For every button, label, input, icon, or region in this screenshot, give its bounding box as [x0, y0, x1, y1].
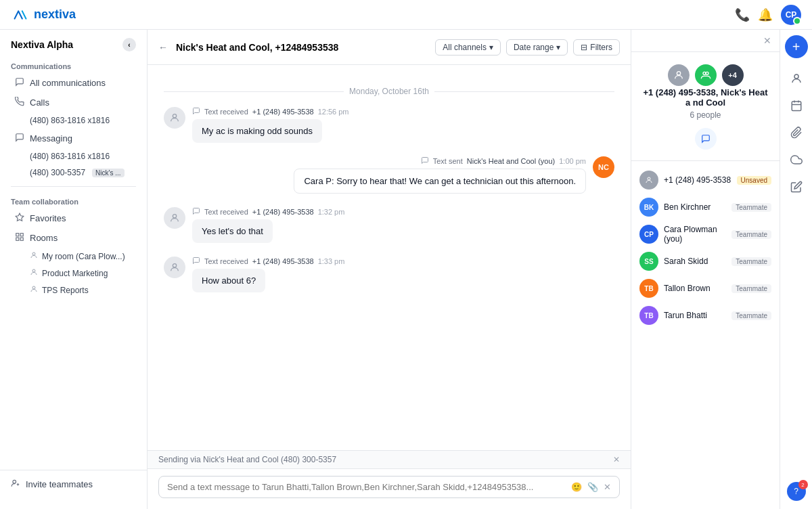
back-button[interactable]: ←: [158, 42, 168, 53]
message-time-3: 1:32 pm: [318, 208, 345, 216]
collapse-button[interactable]: ‹: [122, 38, 136, 51]
svg-point-9: [13, 480, 16, 483]
rail-person-icon[interactable]: [784, 66, 809, 91]
invite-teammates-footer[interactable]: Invite teammates: [0, 470, 147, 498]
svg-point-8: [32, 286, 35, 289]
date-range-dropdown[interactable]: Date range ▾: [506, 39, 568, 56]
close-panel-icon[interactable]: ✕: [763, 35, 771, 46]
communications-section-label: Communications: [0, 57, 147, 73]
messaging-number-1[interactable]: (480) 863-1816 x1816: [4, 148, 143, 164]
rail-attachment-icon[interactable]: [784, 120, 809, 145]
sent-avatar: NC: [593, 156, 614, 178]
phone-icon[interactable]: 📞: [735, 7, 750, 22]
sidebar-item-messaging[interactable]: Messaging: [4, 129, 143, 148]
emoji-icon[interactable]: 🙂: [571, 482, 582, 492]
workspace-name: Nextiva Alpha: [11, 39, 73, 50]
chat-icon: [15, 77, 24, 89]
sidebar-item-favorites[interactable]: Favorites: [4, 208, 143, 228]
rail-cloud-icon[interactable]: [784, 148, 809, 172]
message-content-3: Text received +1 (248) 495-3538 1:32 pm …: [192, 207, 344, 243]
message-sender-1: +1 (248) 495-3538: [252, 108, 314, 116]
message-type-icon-4: [192, 257, 200, 266]
svg-point-14: [173, 264, 176, 267]
help-button[interactable]: ? 2: [787, 482, 806, 501]
right-panel-header: ✕: [631, 30, 780, 52]
bell-icon[interactable]: 🔔: [758, 7, 773, 22]
message-bubble-1: My ac is making odd sounds: [192, 119, 322, 143]
calls-number-1[interactable]: (480) 863-1816 x1816: [4, 112, 143, 129]
message-meta-2: Text sent Nick's Heat and Cool (you) 1:0…: [294, 156, 586, 166]
nicks-badge: Nick's ...: [92, 169, 124, 177]
svg-rect-3: [20, 234, 23, 236]
tps-reports-icon: [30, 285, 38, 295]
svg-point-13: [173, 215, 176, 218]
person-info-4: Sarah Skidd: [664, 257, 726, 266]
teammate-badge-5: Teammate: [731, 284, 771, 293]
chevron-down-icon-2: ▾: [556, 43, 560, 52]
svg-rect-4: [16, 238, 19, 240]
message-content-4: Text received +1 (248) 495-3538 1:33 pm …: [192, 257, 344, 292]
rooms-icon: [15, 232, 24, 244]
message-type-label-3: Text received: [204, 208, 248, 216]
close-sending-icon[interactable]: ✕: [613, 455, 620, 464]
chevron-down-icon: ▾: [489, 43, 493, 52]
message-input[interactable]: [167, 482, 566, 492]
sending-via-bar: Sending via Nick's Heat and Cool (480) 3…: [148, 450, 631, 468]
main-layout: Nextiva Alpha ‹ Communications All commu…: [0, 30, 812, 509]
all-channels-dropdown[interactable]: All channels ▾: [435, 39, 501, 56]
room-tps-reports[interactable]: TPS Reports: [4, 282, 143, 298]
svg-rect-20: [792, 102, 801, 111]
favorites-label: Favorites: [30, 213, 66, 223]
person-avatar-6: TB: [639, 306, 658, 325]
my-room-label: My room (Cara Plow...): [42, 252, 125, 261]
message-contact-button[interactable]: [695, 128, 717, 150]
message-icon-sidebar: [15, 133, 24, 144]
calls-sub-label: (480) 863-1816 x1816: [30, 116, 110, 125]
svg-point-12: [173, 114, 176, 118]
filters-button[interactable]: ⊟ Filters: [573, 39, 620, 56]
person-info-2: Ben Kirchner: [664, 202, 726, 212]
sidebar-item-all-communications[interactable]: All communications: [4, 73, 143, 93]
rail-calendar-icon[interactable]: [784, 93, 809, 118]
person-avatar-4: SS: [639, 252, 658, 271]
messaging-label: Messaging: [30, 133, 72, 143]
right-rail: + ? 2: [780, 30, 812, 509]
close-input-icon[interactable]: ✕: [604, 482, 611, 492]
room-my-room[interactable]: My room (Cara Plow...): [4, 248, 143, 265]
svg-point-6: [32, 252, 35, 255]
message-row-sent: NC Text sent Nick's Heat and Cool (you) …: [164, 156, 614, 194]
messaging-number-2[interactable]: (480) 300-5357 Nick's ...: [4, 164, 143, 181]
teammate-badge-6: Teammate: [731, 311, 771, 320]
sidebar-header: Nextiva Alpha ‹: [0, 30, 147, 57]
teammate-badge-2: Teammate: [731, 203, 771, 212]
sidebar-item-calls[interactable]: Calls: [4, 93, 143, 112]
svg-rect-2: [16, 234, 19, 236]
rail-edit-icon[interactable]: [784, 175, 809, 199]
message-type-icon-2: [421, 156, 429, 166]
invite-icon: [11, 479, 20, 490]
message-sender-2: Nick's Heat and Cool (you): [467, 157, 556, 165]
received-avatar-3: [164, 207, 185, 229]
sidebar-item-rooms[interactable]: Rooms: [4, 228, 143, 248]
messaging-sub-label-2: (480) 300-5357: [30, 168, 85, 177]
user-avatar[interactable]: CP: [781, 5, 801, 25]
room-product-marketing[interactable]: Product Marketing: [4, 265, 143, 282]
people-list: +1 (248) 495-3538 Unsaved BK Ben Kirchne…: [631, 161, 780, 334]
person-info-6: Tarun Bhatti: [664, 311, 726, 320]
input-area: 🙂 📎 ✕: [148, 468, 631, 509]
message-content-1: Text received +1 (248) 495-3538 12:56 pm…: [192, 107, 349, 143]
input-icons: 🙂 📎: [571, 482, 598, 492]
phone-icon-sidebar: [15, 97, 24, 108]
attachment-icon-input[interactable]: 📎: [587, 482, 598, 492]
person-name-4: Sarah Skidd: [664, 257, 726, 266]
person-row-5: TB Tallon Brown Teammate: [631, 275, 780, 302]
all-communications-label: All communications: [30, 78, 106, 88]
message-content-2: Text sent Nick's Heat and Cool (you) 1:0…: [294, 156, 586, 194]
sending-via-text: Sending via Nick's Heat and Cool (480) 3…: [158, 455, 336, 464]
person-row-3: CP Cara Plowman (you) Teammate: [631, 221, 780, 248]
person-info-3: Cara Plowman (you): [664, 225, 726, 244]
unsaved-badge: Unsaved: [737, 176, 771, 185]
message-meta-3: Text received +1 (248) 495-3538 1:32 pm: [192, 207, 344, 217]
plus-button[interactable]: +: [785, 35, 808, 58]
contact-name: +1 (248) 495-3538, Nick's Heat a nd Cool: [642, 87, 769, 108]
